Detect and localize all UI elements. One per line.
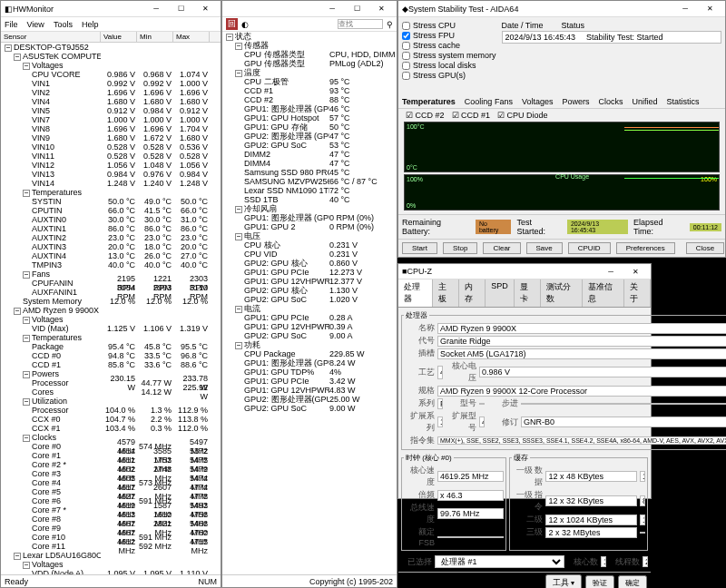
sensor-row[interactable]: DIMM247 °C: [222, 150, 397, 159]
sensor-row[interactable]: Samsung SSD 980 PRO 512GB45 °C: [222, 168, 397, 177]
sensor-row[interactable]: GPU1: 图形处理器 (GPU)8.24 W: [222, 358, 397, 368]
sensor-row[interactable]: VIN110.528 V0.528 V0.528 V: [1, 152, 221, 161]
menu-file[interactable]: File: [5, 20, 18, 29]
col-header[interactable]: Value: [101, 32, 137, 42]
toolbar-icon[interactable]: 回: [226, 18, 238, 30]
expand-icon[interactable]: [23, 271, 30, 279]
sensor-row[interactable]: VID (Max)1.125 V1.106 V1.319 V: [1, 324, 221, 333]
minimize-button[interactable]: ─: [320, 2, 344, 16]
maximize-button[interactable]: ☐: [169, 2, 192, 16]
sensor-row[interactable]: GPU1: GPU PCIe0.28 A: [222, 313, 397, 322]
expand-icon[interactable]: [23, 317, 30, 324]
sensor-row[interactable]: Core #114612 MHz592 MHz4715 MHz: [1, 542, 221, 551]
sensor-row[interactable]: GPU1: GPU 12VHPWR4.83 W: [222, 386, 397, 395]
tab-clocks[interactable]: Clocks: [598, 97, 623, 106]
sensor-row[interactable]: GPU1: GPU 存储50 °C: [222, 122, 397, 132]
stress-check[interactable]: Stress CPU: [402, 21, 496, 30]
sensor-row[interactable]: CPU VID0.231 V: [222, 250, 397, 259]
sensor-row[interactable]: Temperatures: [1, 333, 221, 342]
sensor-row[interactable]: AUXTIN320.0 °C18.0 °C20.0 °C: [1, 242, 221, 251]
toolbar-icon[interactable]: ◐: [241, 20, 249, 29]
sensor-row[interactable]: AUXTIN186.0 °C86.0 °C86.0 °C: [1, 224, 221, 233]
sensor-row[interactable]: System Memory12.0 %12.0 %12.0 %: [1, 297, 221, 306]
hw-titlebar[interactable]: ◧ HWMonitor ─ ☐ ✕: [1, 1, 221, 17]
sensor-row[interactable]: VIN21.696 V1.696 V1.696 V: [1, 88, 221, 97]
sensor-row[interactable]: GPU2: GPU SoC53 °C: [222, 141, 397, 150]
sensor-row[interactable]: AUXTIN223.0 °C23.0 °C23.0 °C: [1, 233, 221, 242]
processor-select[interactable]: 处理器 #1: [435, 555, 564, 568]
save-button[interactable]: Save: [526, 242, 563, 254]
tab[interactable]: 关于: [624, 279, 651, 307]
sensor-row[interactable]: GPU2: GPU SoC9.00 W: [222, 404, 397, 413]
minimize-button[interactable]: ─: [144, 2, 168, 16]
expand-icon[interactable]: [23, 190, 30, 197]
sensor-row[interactable]: AMD Ryzen 9 9900X: [1, 306, 221, 315]
sensor-row[interactable]: 状态: [222, 32, 397, 41]
sensor-row[interactable]: GPU1: 图形处理器 (GPU)0 RPM (0%): [222, 213, 397, 222]
close-button[interactable]: Close: [686, 242, 724, 254]
search-input[interactable]: [338, 19, 383, 29]
expand-icon[interactable]: [226, 34, 233, 41]
expand-icon[interactable]: [235, 206, 242, 213]
sensor-row[interactable]: CPU 核心0.231 V: [222, 240, 397, 250]
aida-titlebar[interactable]: ◆ System Stability Test - AIDA64 ─ ✕: [398, 1, 725, 17]
sensor-row[interactable]: GPU2: GPU SoC9.00 A: [222, 331, 397, 340]
legend-item[interactable]: ☑ CCD #2: [406, 111, 445, 120]
sensor-row[interactable]: CCX #0104.7 %2.2 %113.8 %: [1, 415, 221, 424]
minimize-button[interactable]: ─: [673, 2, 697, 16]
sensor-row[interactable]: SAMSUNG MZVPW256HEGL...66 °C / 87 °C: [222, 177, 397, 186]
sensor-row[interactable]: GPU2: GPU SoC1.020 V: [222, 295, 397, 304]
tab[interactable]: 内存: [459, 279, 486, 307]
close-button[interactable]: ✕: [698, 2, 721, 16]
minimize-button[interactable]: ─: [599, 264, 623, 279]
ok-button[interactable]: 确定: [618, 575, 647, 588]
sensor-row[interactable]: GPU2: GPU 核心0.860 V: [222, 259, 397, 268]
sensor-row[interactable]: 温度: [222, 68, 397, 77]
sensor-row[interactable]: CCD #094.8 °C33.5 °C96.8 °C: [1, 351, 221, 360]
sensor-row[interactable]: 传感器: [222, 41, 397, 50]
sensor-row[interactable]: DESKTOP-GT9J552: [1, 43, 221, 52]
maximize-button[interactable]: ☐: [345, 2, 368, 16]
sensor-row[interactable]: GPU1: GPU PCIe3.42 W: [222, 377, 397, 386]
expand-icon[interactable]: [14, 54, 21, 61]
sensor-row[interactable]: Voltages: [1, 315, 221, 324]
start-button[interactable]: Start: [402, 242, 437, 254]
sensor-row[interactable]: VIN50.912 V0.984 V0.912 V: [1, 106, 221, 115]
expand-icon[interactable]: [23, 562, 30, 569]
sensor-row[interactable]: CPU Package229.85 W: [222, 349, 397, 358]
sensor-row[interactable]: CCD #288 °C: [222, 95, 397, 104]
sensor-row[interactable]: CCX #1103.4 %0.3 %112.0 %: [1, 424, 221, 433]
sensor-row[interactable]: GPU1: GPU 20 RPM (0%): [222, 222, 397, 231]
validate-button[interactable]: 验证: [585, 575, 614, 588]
sensor-row[interactable]: VIN130.984 V0.976 V0.984 V: [1, 170, 221, 179]
sensor-row[interactable]: Package95.4 °C45.8 °C95.5 °C: [1, 342, 221, 351]
expand-icon[interactable]: [235, 43, 242, 50]
sensor-row[interactable]: Voltages: [1, 61, 221, 70]
col-header[interactable]: Max: [173, 32, 210, 42]
sensor-row[interactable]: VIN71.000 V1.000 V1.000 V: [1, 115, 221, 124]
sensor-row[interactable]: GPU1: GPU 12VHPWR12.377 V: [222, 277, 397, 286]
cpuid-button[interactable]: CPUID: [568, 242, 611, 254]
col-header[interactable]: Min: [137, 32, 173, 42]
expand-icon[interactable]: [23, 63, 30, 70]
preferences-button[interactable]: Preferences: [616, 242, 675, 254]
sensor-row[interactable]: DIMM447 °C: [222, 159, 397, 168]
expand-icon[interactable]: [14, 308, 21, 315]
stress-check[interactable]: Stress cache: [402, 41, 496, 50]
hw-tree[interactable]: DESKTOP-GT9J552ASUSTeK COMPUTER INC. R..…: [1, 43, 221, 574]
sensor-row[interactable]: ASUSTeK COMPUTER INC. R...: [1, 52, 221, 61]
tab[interactable]: 测试分数: [541, 279, 583, 307]
sensor-row[interactable]: 电压: [222, 231, 397, 240]
tools-button[interactable]: 工具 ▾: [545, 574, 582, 588]
menu-view[interactable]: View: [27, 20, 44, 29]
sensor-row[interactable]: SYSTIN50.0 °C49.0 °C50.0 °C: [1, 197, 221, 206]
mid-tree[interactable]: 状态传感器CPU 传感器类型CPU, HDD, DIMM TS, Zen (IS…: [222, 32, 397, 574]
close-button[interactable]: ✕: [193, 2, 217, 16]
col-header[interactable]: Sensor: [1, 32, 101, 42]
sensor-row[interactable]: GPU1: GPU Hotspot57 °C: [222, 113, 397, 122]
stop-button[interactable]: Stop: [443, 242, 477, 254]
expand-icon[interactable]: [23, 335, 30, 342]
sensor-row[interactable]: GPU 传感器类型PMLog (ADL2): [222, 59, 397, 68]
sensor-row[interactable]: VIN81.696 V1.696 V1.704 V: [1, 124, 221, 133]
tab-unified[interactable]: Unified: [632, 97, 657, 106]
